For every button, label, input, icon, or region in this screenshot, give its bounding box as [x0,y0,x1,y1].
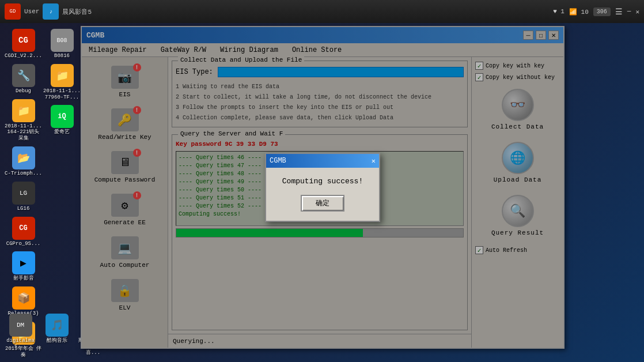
taskbar: GD User ♪ 晨风影音5 ♥ 1 📶 10 306 ☰ ─ ✕ [0,0,644,23]
modal-message: Computing success! [273,177,372,186]
desktop-icon-lg16[interactable]: LG LG16 [5,182,42,212]
desktop-icon-iqiyi[interactable]: iQ 爱奇艺 [43,105,81,135]
desktop-icon-ctriomph[interactable]: 📂 C-Triomph... [5,146,42,177]
desktop-icon-shooter-label: 射手影音 [5,276,42,282]
taskbar-media-icon[interactable]: ♪ [43,3,59,20]
desktop-icon-folder1-label: 2018-11-1... 164-221钥头 采集 [5,123,42,142]
desktop-icon-lg16-label: LG16 [5,206,42,212]
taskbar-media: 晨风影音5 [62,7,92,16]
modal-dialog: CGMB ✕ Computing success! 确定 [265,153,380,222]
modal-content: Computing success! 确定 [266,168,379,221]
desktop-icon-ctriomph-label: C-Triomph... [5,171,42,177]
desktop-icons-column: CG CGDI_V2.2... 🔧 Debug 📁 2018-11-1... 1… [5,29,42,359]
modal-close-icon[interactable]: ✕ [372,157,376,165]
desktop-icon-cgpro-label: CGPro_9S... [5,241,42,247]
desktop-icon-iqiyi-label: 爱奇艺 [43,129,81,135]
taskbar-user: User [24,8,39,15]
desktop: GD User ♪ 晨风影音5 ♥ 1 📶 10 306 ☰ ─ ✕ CG CG… [0,0,644,362]
desktop-icon-folder1[interactable]: 📁 2018-11-1... 164-221钥头 采集 [5,99,42,142]
desktop-icon-cgdi[interactable]: CG CGDI_V2.2... [5,29,42,59]
desktop-icon-b0816-label: B0816 [43,53,81,59]
modal-title: CGMB [270,157,286,165]
modal-overlay: CGMB ✕ Computing success! 确定 [82,27,563,348]
desktop-icon-cgpro[interactable]: CG CGPro_9S... [5,217,42,247]
taskbar-heart: ♥ 1 [553,8,565,15]
taskbar-left: GD User ♪ 晨风影音5 [5,3,553,20]
desktop-icon-b0816[interactable]: B08 B0816 [43,29,81,59]
desktop-icon-release[interactable]: 📦 Release(3) [5,286,42,317]
taskbar-battery: 306 [593,7,611,16]
cgmb-window: CGMB ─ □ ✕ Mileage Repair GateWay R/W Wi… [81,26,565,349]
desktop-icon-music-label: 酷狗音乐 [41,338,73,344]
desktop-icons-col2: B08 B0816 📁 2018-11-1... 77960-TF... iQ … [43,29,81,135]
desktop-icon-debug[interactable]: 🔧 Debug [5,64,42,95]
modal-titlebar: CGMB ✕ [266,154,379,168]
taskbar-wifi: 📶 10 [569,8,589,16]
desktop-icon-folder2[interactable]: 📁 2018-11-1... 77960-TF... [43,64,81,101]
desktop-icon-folder2-label: 2018-11-1... 77960-TF... [43,88,81,101]
desktop-icon-shooter[interactable]: ▶ 射手影音 [5,251,42,282]
taskbar-menu-icon[interactable]: ☰ [615,7,623,17]
taskbar-app-icon[interactable]: GD [5,3,21,20]
desktop-icon-debug-label: Debug [5,88,42,95]
desktop-icon-digitalmas[interactable]: DM digitalmas... [5,314,36,356]
desktop-icon-digitalmas-label: digitalmas... [5,338,36,350]
taskbar-close-icon[interactable]: ✕ [635,8,639,16]
taskbar-minimize-icon[interactable]: ─ [627,8,631,15]
taskbar-right: ♥ 1 📶 10 306 ☰ ─ ✕ [553,7,639,17]
modal-ok-button[interactable]: 确定 [301,195,344,212]
desktop-icon-cgdi-label: CGDI_V2.2... [5,53,42,59]
desktop-icon-music[interactable]: 🎵 酷狗音乐 [41,314,73,356]
